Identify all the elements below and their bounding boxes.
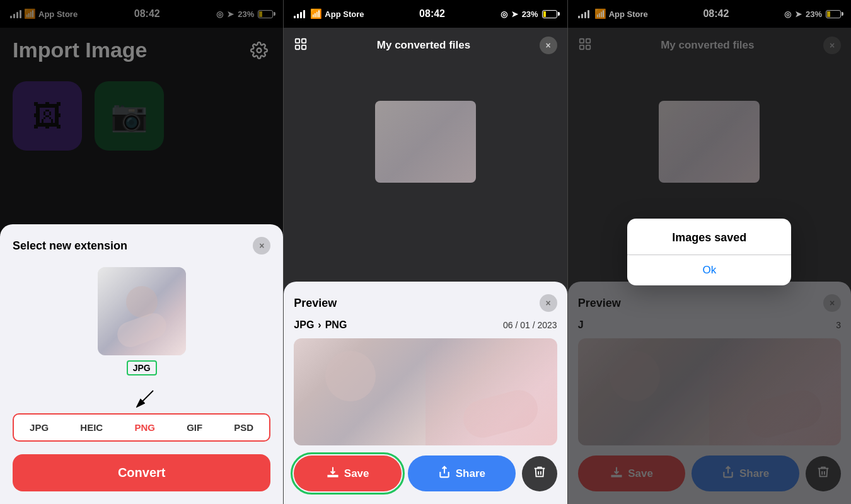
svg-rect-2 <box>296 38 299 42</box>
jpg-badge: JPG <box>127 360 157 375</box>
carrier-label-2: App Store <box>325 9 364 19</box>
select-extension-modal: Select new extension × JPG <box>0 224 283 504</box>
battery-icon-2 <box>542 10 557 18</box>
panel-1: 📶 App Store 08:42 ◎ ➤ 23% Import Image <box>0 0 283 504</box>
alert-overlay-3: Images saved Ok <box>568 0 851 504</box>
modal-title-1: Select new extension <box>13 239 127 253</box>
share-label-2: Share <box>456 467 485 480</box>
close-modal-button-1[interactable]: × <box>253 237 270 255</box>
status-bar-2: 📶 App Store 08:42 ◎ ➤ 23% <box>284 0 567 28</box>
time-2: 08:42 <box>419 8 445 20</box>
status-icons-2: ◎ ➤ 23% <box>501 9 557 19</box>
delete-button-2[interactable] <box>522 456 557 491</box>
preview-pink-overlay-2 <box>426 338 557 445</box>
share-icon-2 <box>438 466 451 481</box>
svg-line-1 <box>138 391 153 406</box>
ext-psd[interactable]: PSD <box>229 420 258 435</box>
location-icon-2: ◎ <box>501 9 507 19</box>
panel-3: 📶 App Store 08:42 ◎ ➤ 23% <box>568 0 851 504</box>
image-thumbnail-1 <box>98 267 186 355</box>
save-button-2[interactable]: Save <box>294 455 402 491</box>
preview-image-2 <box>294 338 557 445</box>
trash-icon-2 <box>533 465 547 482</box>
battery-percent-2: 23% <box>522 9 538 19</box>
save-label-2: Save <box>344 467 369 480</box>
arrow-area <box>13 386 270 411</box>
modal-overlay-1: Select new extension × JPG <box>0 0 283 504</box>
ext-png[interactable]: PNG <box>129 420 160 435</box>
preview-face-2 <box>325 351 376 401</box>
svg-rect-5 <box>302 45 306 49</box>
format-from-2: JPG <box>294 319 314 331</box>
preview-title-2: Preview <box>294 297 337 310</box>
action-buttons-2: Save Share <box>294 455 557 491</box>
ext-gif[interactable]: GIF <box>182 420 207 435</box>
close-preview-button-2[interactable]: × <box>540 294 557 312</box>
svg-rect-3 <box>302 38 306 42</box>
share-button-2[interactable]: Share <box>408 455 516 491</box>
save-icon-2 <box>327 466 339 481</box>
format-to-2: PNG <box>325 319 347 331</box>
format-arrow-icon-2: › <box>318 319 321 331</box>
signal-icon-2 <box>294 10 305 18</box>
ext-jpg[interactable]: JPG <box>25 420 54 435</box>
preview-header-2: Preview × <box>294 294 557 312</box>
ext-heic[interactable]: HEIC <box>75 420 108 435</box>
image-thumb-inner-1 <box>98 267 186 355</box>
preview-modal-2: Preview × JPG › PNG 06 / 01 / 2023 <box>284 282 567 504</box>
panel2-header: My converted files × <box>284 28 567 60</box>
bg-thumbnail-2 <box>375 101 476 183</box>
carrier-2: 📶 App Store <box>294 8 364 20</box>
close-panel2-button[interactable]: × <box>540 37 557 54</box>
wifi-icon-2: 📶 <box>310 8 322 20</box>
conversion-info-2: JPG › PNG 06 / 01 / 2023 <box>294 319 557 331</box>
panel-2: 📶 App Store 08:42 ◎ ➤ 23% <box>284 0 567 504</box>
svg-rect-4 <box>296 45 299 49</box>
panel2-title: My converted files <box>377 39 470 52</box>
convert-button[interactable]: Convert <box>13 454 270 491</box>
alert-ok-button[interactable]: Ok <box>627 255 791 285</box>
gps-icon-2: ➤ <box>511 9 518 19</box>
image-preview-1: JPG <box>13 267 270 375</box>
conversion-format-2: JPG › PNG <box>294 319 347 331</box>
modal-header-1: Select new extension × <box>13 237 270 255</box>
grid-icon-2[interactable] <box>294 37 308 54</box>
alert-title-3: Images saved <box>627 219 791 255</box>
extension-selector: JPG HEIC PNG GIF PSD <box>13 413 270 442</box>
conversion-date-2: 06 / 01 / 2023 <box>503 320 557 330</box>
images-saved-alert: Images saved Ok <box>627 219 791 285</box>
